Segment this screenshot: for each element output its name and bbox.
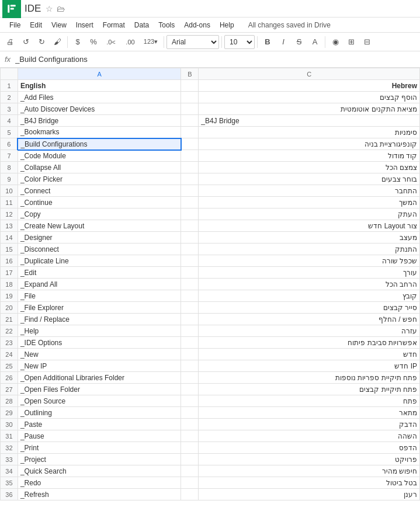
- cell-he[interactable]: חיפוש מהיר: [199, 465, 420, 477]
- menu-data[interactable]: Data: [130, 20, 154, 30]
- cell-he[interactable]: פתח תיקיית ספריות נוספות: [199, 372, 420, 384]
- cell-he[interactable]: קונפיגורציית בניה: [199, 138, 420, 150]
- cell-he[interactable]: מעצב: [199, 232, 420, 244]
- cell-en[interactable]: _Create New Layout: [18, 220, 181, 232]
- cell-en[interactable]: _Project: [18, 454, 181, 465]
- cell-en[interactable]: _Open Additional Libraries Folder: [18, 372, 181, 384]
- menu-tools[interactable]: Tools: [154, 20, 179, 30]
- cell-1-a[interactable]: English: [18, 80, 181, 92]
- font-family-select[interactable]: Arial: [166, 35, 219, 49]
- cell-en[interactable]: _Pause: [18, 430, 181, 442]
- cell-he[interactable]: רענן: [199, 489, 420, 500]
- menu-help[interactable]: Help: [215, 20, 239, 30]
- cell-he[interactable]: שכפל שורה: [199, 255, 420, 267]
- cell-en[interactable]: _Paste: [18, 419, 181, 430]
- cell-b[interactable]: [181, 325, 199, 337]
- cell-en[interactable]: _File Explorer: [18, 302, 181, 314]
- menu-file[interactable]: File: [5, 20, 25, 30]
- cell-en[interactable]: _New IP: [18, 360, 181, 372]
- cell-b[interactable]: [181, 477, 199, 489]
- cell-b[interactable]: [181, 138, 199, 150]
- star-icon[interactable]: ☆: [46, 4, 53, 13]
- menu-edit[interactable]: Edit: [25, 20, 47, 30]
- cell-he[interactable]: קוד מודול: [199, 150, 420, 162]
- cell-b[interactable]: [181, 302, 199, 314]
- cell-he[interactable]: מתאר: [199, 407, 420, 419]
- cell-en[interactable]: _Help: [18, 325, 181, 337]
- cell-he[interactable]: התנתק: [199, 244, 420, 255]
- cell-he[interactable]: העתק: [199, 208, 420, 220]
- cell-b[interactable]: [181, 162, 199, 173]
- menu-format[interactable]: Format: [98, 20, 130, 30]
- cell-he[interactable]: הרחב הכל: [199, 279, 420, 290]
- cell-en[interactable]: _Add Files: [18, 92, 181, 103]
- cell-en[interactable]: _Disconnect: [18, 244, 181, 255]
- print-btn[interactable]: 🖨: [2, 34, 18, 50]
- cell-b[interactable]: [181, 232, 199, 244]
- cell-b[interactable]: [181, 314, 199, 325]
- cell-he[interactable]: קובץ: [199, 290, 420, 302]
- cell-b[interactable]: [181, 255, 199, 267]
- cell-b[interactable]: [181, 173, 199, 185]
- number-format-btn[interactable]: 123▾: [140, 34, 161, 50]
- cell-1-c[interactable]: Hebrew: [199, 80, 420, 92]
- font-color-btn[interactable]: A: [307, 34, 322, 50]
- menu-addons[interactable]: Add-ons: [179, 20, 215, 30]
- cell-en[interactable]: _B4J Bridge: [18, 115, 181, 127]
- cell-he[interactable]: המשך: [199, 197, 420, 208]
- cell-b[interactable]: [181, 103, 199, 115]
- col-header-c[interactable]: C: [199, 68, 420, 80]
- cell-en[interactable]: _Connect: [18, 185, 181, 197]
- cell-b[interactable]: [181, 279, 199, 290]
- cell-he[interactable]: חדש: [199, 349, 420, 360]
- cell-he[interactable]: הדפס: [199, 442, 420, 454]
- cell-b[interactable]: [181, 92, 199, 103]
- borders-btn[interactable]: ⊞: [343, 34, 359, 50]
- cell-en[interactable]: _New: [18, 349, 181, 360]
- cell-b[interactable]: [181, 395, 199, 407]
- cell-en[interactable]: _Build Configurations: [18, 138, 181, 150]
- cell-1-b[interactable]: [181, 80, 199, 92]
- merge-btn[interactable]: ⊟: [359, 34, 374, 50]
- cell-he[interactable]: אפשרויות סביבת פיתוח: [199, 337, 420, 349]
- cell-en[interactable]: _Copy: [18, 208, 181, 220]
- cell-en[interactable]: _Edit: [18, 267, 181, 279]
- cell-en[interactable]: _Find / Replace: [18, 314, 181, 325]
- redo-btn[interactable]: ↻: [34, 34, 49, 50]
- cell-b[interactable]: [181, 208, 199, 220]
- menu-view[interactable]: View: [47, 20, 71, 30]
- cell-en[interactable]: _File: [18, 290, 181, 302]
- col-header-a[interactable]: A: [18, 68, 181, 80]
- cell-he[interactable]: מציאת התקנים אוטומטית: [199, 103, 420, 115]
- cell-b[interactable]: [181, 337, 199, 349]
- cell-b[interactable]: [181, 150, 199, 162]
- cell-b[interactable]: [181, 197, 199, 208]
- cell-b[interactable]: [181, 267, 199, 279]
- cell-he[interactable]: סייר קבצים: [199, 302, 420, 314]
- cell-b[interactable]: [181, 360, 199, 372]
- cell-b[interactable]: [181, 290, 199, 302]
- decimal-more-btn[interactable]: .00: [121, 34, 140, 50]
- cell-b[interactable]: [181, 127, 199, 138]
- cell-b[interactable]: [181, 244, 199, 255]
- cell-b[interactable]: [181, 384, 199, 395]
- strikethrough-btn[interactable]: S: [291, 34, 307, 50]
- font-size-select[interactable]: 10: [224, 35, 255, 49]
- undo-btn[interactable]: ↺: [18, 34, 33, 50]
- cell-en[interactable]: _Refresh: [18, 489, 181, 500]
- cell-he[interactable]: _B4J Bridge: [199, 115, 420, 127]
- bold-btn[interactable]: B: [260, 34, 275, 50]
- cell-en[interactable]: _Print: [18, 442, 181, 454]
- cell-he[interactable]: הוסף קבצים: [199, 92, 420, 103]
- cell-en[interactable]: _Expand All: [18, 279, 181, 290]
- cell-b[interactable]: [181, 185, 199, 197]
- spreadsheet-container[interactable]: A B C 1 English Hebrew 2_Add Filesהוסף ק…: [0, 68, 420, 525]
- cell-en[interactable]: _Redo: [18, 477, 181, 489]
- cell-b[interactable]: [181, 419, 199, 430]
- col-header-b[interactable]: B: [181, 68, 199, 80]
- cell-he[interactable]: עזרה: [199, 325, 420, 337]
- fill-color-btn[interactable]: ◉: [328, 34, 343, 50]
- cell-en[interactable]: _Bookmarks: [18, 127, 181, 138]
- cell-en[interactable]: _Open Files Folder: [18, 384, 181, 395]
- cell-he[interactable]: השהה: [199, 430, 420, 442]
